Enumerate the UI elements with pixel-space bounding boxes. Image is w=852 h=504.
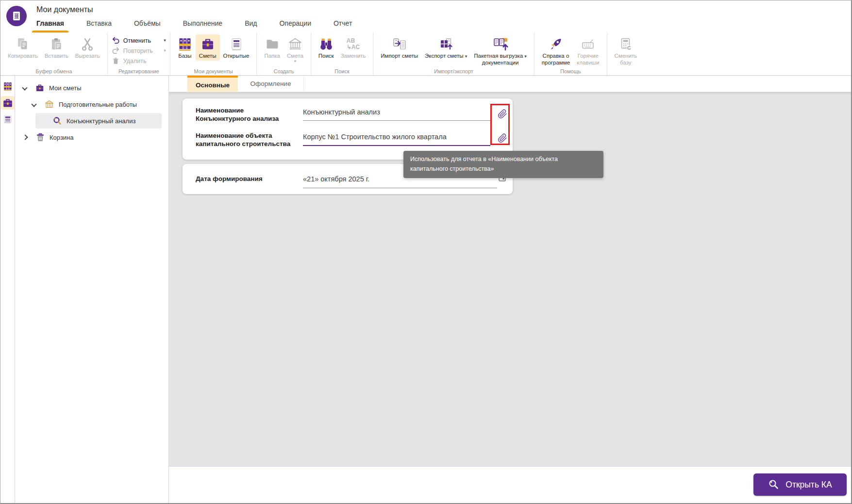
- strip-estimates-button[interactable]: [1, 96, 15, 110]
- redo-icon: [112, 47, 120, 55]
- title-column: Мои документы Главная Вставка Объёмы Вып…: [27, 0, 851, 33]
- group-label-my-documents: Мои документы: [170, 68, 257, 74]
- magnifier-icon: [53, 116, 62, 125]
- briefcase-icon: [200, 36, 215, 52]
- tab-main[interactable]: Основные: [187, 76, 238, 92]
- chevron-down-icon[interactable]: [22, 85, 27, 90]
- tab-formatting[interactable]: Оформление: [238, 76, 304, 92]
- tree-item-market-analysis[interactable]: Конъюнктурный анализ: [35, 113, 162, 129]
- tree-item-preparatory-works[interactable]: Подготовительные работы: [15, 96, 168, 113]
- field-label-date: Дата формирования: [196, 175, 307, 183]
- scissors-icon: [80, 36, 95, 52]
- estimates-tree: Мои сметы Подготовительные работы Конъюн…: [15, 76, 169, 503]
- document-grid-icon: [11, 10, 22, 22]
- open-docs-icon: [229, 36, 244, 52]
- ribbon-group-change-base: Сменитьбазу: [607, 33, 645, 75]
- chevron-down-icon[interactable]: [31, 101, 36, 107]
- tree-item-my-estimates[interactable]: Мои сметы: [15, 80, 168, 96]
- briefcase-icon: [35, 83, 44, 92]
- ribbon-group-editing: Отменить ▾ Повторить ▾ Удалить Редактиро…: [108, 33, 170, 75]
- tree-item-label: Корзина: [50, 134, 74, 141]
- chevron-down-icon[interactable]: ▾: [294, 59, 297, 64]
- briefcase-icon: [2, 98, 13, 108]
- menu-tab-obyomy[interactable]: Объёмы: [134, 14, 161, 33]
- databases-icon: [178, 36, 192, 52]
- analysis-name-input[interactable]: Конъюнктурный анализ: [303, 103, 490, 121]
- batch-export-button[interactable]: Пакетная выгрузка ▾документации: [470, 34, 530, 68]
- estimates-button[interactable]: Сметы: [196, 34, 220, 61]
- tree-item-label: Подготовительные работы: [59, 101, 137, 108]
- chevron-down-icon[interactable]: ▾: [164, 49, 166, 53]
- strip-bases-button[interactable]: [1, 80, 14, 93]
- new-estimate-button[interactable]: Смета ▾: [284, 34, 307, 65]
- keyboard-icon: [581, 36, 595, 52]
- export-estimate-button[interactable]: Экспорт сметы ▾: [421, 34, 470, 61]
- hotkeys-button[interactable]: Горячиеклавиши: [573, 34, 602, 68]
- ribbon: Копировать Вставить Вырезать Буфер обмен…: [0, 33, 851, 76]
- change-base-button[interactable]: Сменитьбазу: [611, 34, 641, 68]
- magnifier-sparkle-icon: [768, 479, 780, 490]
- cut-button[interactable]: Вырезать: [72, 34, 103, 61]
- folder-icon: [265, 36, 280, 52]
- menu-tab-otchet[interactable]: Отчет: [334, 14, 352, 33]
- menu-tab-vypolnenie[interactable]: Выполнение: [183, 14, 222, 33]
- about-button[interactable]: Справка опрограмме: [538, 34, 573, 68]
- new-folder-button[interactable]: Папка: [261, 34, 284, 61]
- tooltip: Использовать для отчета в «Наименовании …: [403, 151, 603, 178]
- paste-icon: [49, 36, 64, 52]
- tree-item-label: Конъюнктурный анализ: [67, 117, 135, 125]
- group-label-help: Помощь: [535, 68, 607, 74]
- app-window: Мои документы Главная Вставка Объёмы Вып…: [0, 0, 852, 504]
- tree-item-label: Мои сметы: [49, 84, 82, 92]
- menu-tab-vstavka[interactable]: Вставка: [86, 14, 112, 33]
- copy-icon: [16, 36, 30, 52]
- house-icon: [45, 100, 54, 109]
- paste-button[interactable]: Вставить: [41, 34, 72, 61]
- detail-tab-bar: Основные Оформление: [169, 76, 851, 92]
- title-bar: Мои документы Главная Вставка Объёмы Вып…: [0, 0, 851, 33]
- chevron-down-icon[interactable]: ▾: [465, 54, 468, 59]
- search-button[interactable]: Поиск: [315, 34, 337, 61]
- menu-tab-glavnaya[interactable]: Главная: [36, 14, 64, 33]
- tree-item-recycle-bin[interactable]: Корзина: [15, 129, 168, 146]
- page-title: Мои документы: [36, 0, 851, 14]
- side-icon-strip: [0, 76, 15, 503]
- open-docs-icon: [3, 114, 13, 125]
- export-icon: [439, 36, 453, 52]
- chevron-down-icon[interactable]: ▾: [524, 54, 527, 59]
- object-name-input[interactable]: Корпус №1 Строительство жилого квартала: [303, 129, 490, 146]
- menu-tab-vid[interactable]: Вид: [245, 14, 257, 33]
- delete-button[interactable]: Удалить: [112, 56, 166, 66]
- copy-button[interactable]: Копировать: [4, 34, 41, 61]
- strip-open-docs-button[interactable]: [1, 113, 14, 126]
- open-documents-button[interactable]: Открытые: [220, 34, 253, 61]
- trash-icon: [112, 57, 120, 65]
- app-logo: [6, 6, 27, 26]
- undo-icon: [112, 36, 120, 45]
- redo-button[interactable]: Повторить ▾: [112, 46, 166, 56]
- content-body: Наименование Конъюнктурного анализа Конъ…: [169, 92, 851, 466]
- body-row: Мои сметы Подготовительные работы Конъюн…: [0, 76, 851, 503]
- databases-icon: [3, 81, 13, 92]
- ribbon-group-help: Справка опрограмме Горячиеклавиши Помощь: [535, 33, 607, 75]
- menu-tab-operacii[interactable]: Операции: [279, 14, 311, 33]
- house-icon: [288, 36, 302, 52]
- group-label-clipboard: Буфер обмена: [0, 68, 107, 74]
- ribbon-group-clipboard: Копировать Вставить Вырезать Буфер обмен…: [0, 33, 108, 75]
- batch-export-icon: [493, 36, 508, 52]
- group-label-import-export: Импорт/экспорт: [373, 68, 534, 74]
- bases-button[interactable]: Базы: [174, 34, 196, 61]
- open-ka-button[interactable]: Открыть КА: [753, 473, 847, 496]
- chevron-down-icon[interactable]: ▾: [164, 38, 166, 43]
- calculator-refresh-icon: [618, 36, 633, 52]
- ribbon-group-create: Папка Смета ▾ Создать: [257, 33, 311, 75]
- ribbon-group-search: Поиск AB↳AC Заменить Поиск: [311, 33, 374, 75]
- ribbon-spacer: [644, 33, 851, 75]
- replace-button[interactable]: AB↳AC Заменить: [337, 34, 369, 61]
- ribbon-group-my-documents: Базы Сметы Открытые Мои документы: [170, 33, 257, 75]
- chevron-right-icon[interactable]: [22, 134, 28, 140]
- undo-button[interactable]: Отменить ▾: [112, 35, 166, 46]
- group-label-editing: Редактирование: [108, 68, 170, 74]
- menu-tab-bar: Главная Вставка Объёмы Выполнение Вид Оп…: [36, 14, 851, 33]
- import-estimate-button[interactable]: Импорт сметы: [377, 34, 421, 61]
